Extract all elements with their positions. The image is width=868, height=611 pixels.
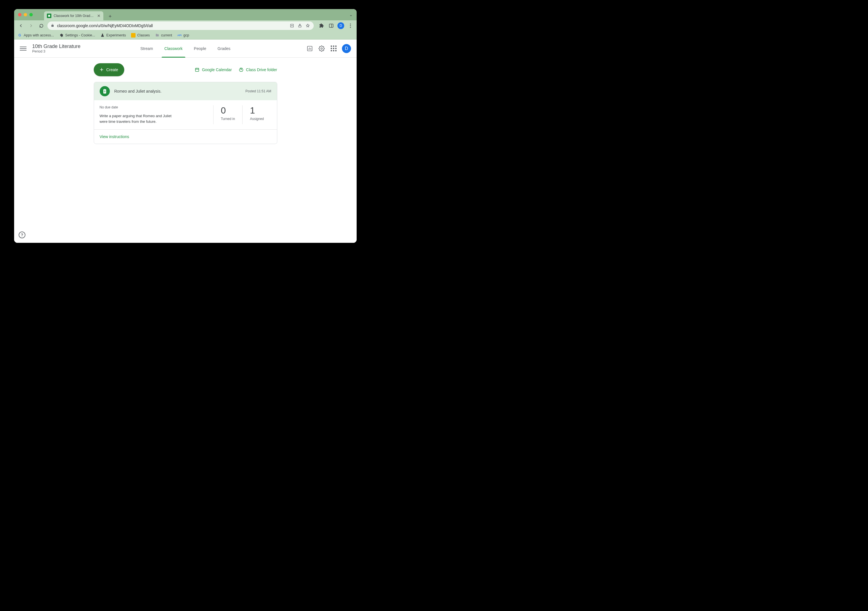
bookmark-item[interactable]: Settings - Cookie... (59, 33, 95, 37)
titlebar: Classwork for 10th Grade Litera ✕ + ⌄ (14, 9, 356, 20)
content-inner: + Create Google Calendar Class Drive fol… (94, 63, 277, 144)
svg-point-5 (350, 23, 351, 24)
browser-toolbar: classroom.google.com/u/0/w/NjEyMDI4ODIxM… (14, 20, 356, 31)
class-drive-folder-link[interactable]: Class Drive folder (239, 67, 277, 72)
url-text: classroom.google.com/u/0/w/NjEyMDI4ODIxM… (57, 23, 287, 28)
svg-point-12 (321, 48, 322, 50)
chrome-menu-icon[interactable] (347, 22, 354, 29)
flask-icon (100, 33, 105, 37)
profile-avatar[interactable]: D (338, 22, 344, 29)
close-window-button[interactable] (18, 13, 22, 16)
assignment-stats: 0 Turned in 1 Assigned (213, 105, 271, 124)
gear-icon (59, 33, 64, 37)
bookmark-item[interactable]: current (155, 33, 172, 37)
google-g-icon: G (17, 33, 22, 37)
plus-icon: + (100, 66, 104, 73)
turned-in-label: Turned in (221, 117, 235, 121)
google-apps-icon[interactable] (330, 45, 337, 52)
folder-icon (155, 33, 160, 37)
svg-point-6 (350, 25, 351, 26)
svg-point-7 (350, 27, 351, 28)
assignment-card-header[interactable]: Romeo and Juliet analysis. Posted 11:51 … (94, 82, 277, 100)
assignment-description: Write a paper arguing that Romeo and Jul… (100, 113, 173, 124)
tab-label: Classwork (164, 46, 183, 51)
class-info[interactable]: 10th Grade Literature Period 3 (32, 43, 81, 53)
app-header-right: D (306, 44, 351, 53)
lock-icon (51, 24, 54, 28)
tab-label: Stream (140, 46, 153, 51)
bookmark-label: current (161, 33, 172, 37)
turned-in-stat[interactable]: 0 Turned in (213, 105, 242, 124)
link-label: Class Drive folder (246, 67, 277, 72)
forward-button[interactable] (27, 22, 35, 29)
back-button[interactable] (17, 22, 25, 29)
content-area: + Create Google Calendar Class Drive fol… (14, 57, 356, 243)
app-header: 10th Grade Literature Period 3 Stream Cl… (14, 40, 356, 57)
assigned-stat[interactable]: 1 Assigned (242, 105, 271, 124)
minimize-window-button[interactable] (24, 13, 27, 16)
main-menu-button[interactable] (20, 45, 26, 52)
bookmark-item[interactable]: API gcp (177, 33, 189, 37)
class-subtitle: Period 3 (32, 50, 81, 53)
bookmark-label: Apps with access... (24, 33, 54, 37)
tab-search-chevron-icon[interactable]: ⌄ (349, 12, 353, 17)
classroom-icon (131, 33, 136, 37)
tab-stream[interactable]: Stream (135, 40, 159, 57)
tab-classwork[interactable]: Classwork (159, 40, 188, 57)
classroom-favicon-icon (47, 14, 51, 18)
tab-people[interactable]: People (188, 40, 212, 57)
assignment-icon (100, 86, 110, 96)
bookmark-label: Experiments (107, 33, 126, 37)
account-avatar[interactable]: D (342, 44, 351, 53)
tab-label: Grades (217, 46, 230, 51)
assignment-title: Romeo and Juliet analysis. (114, 89, 241, 93)
app-nav-tabs: Stream Classwork People Grades (135, 40, 236, 57)
toolbar-right: D (318, 22, 354, 29)
install-icon[interactable] (290, 23, 294, 28)
assignment-details: No due date Write a paper arguing that R… (100, 105, 202, 124)
class-title: 10th Grade Literature (32, 43, 81, 50)
svg-line-18 (241, 68, 242, 70)
bookmark-label: Classes (137, 33, 150, 37)
svg-line-17 (240, 68, 241, 70)
bookmark-item[interactable]: Classes (131, 33, 150, 37)
browser-tab[interactable]: Classwork for 10th Grade Litera ✕ (44, 11, 103, 20)
extensions-icon[interactable] (318, 22, 325, 29)
reload-button[interactable] (37, 22, 45, 29)
tab-label: People (194, 46, 206, 51)
settings-gear-icon[interactable] (318, 45, 325, 52)
traffic-lights (18, 13, 33, 16)
view-instructions-link[interactable]: View instructions (100, 134, 129, 139)
drive-icon (239, 67, 244, 72)
assignment-card: Romeo and Juliet analysis. Posted 11:51 … (94, 82, 277, 144)
action-links: Google Calendar Class Drive folder (195, 67, 277, 72)
share-icon[interactable] (297, 23, 302, 28)
tab-grades[interactable]: Grades (212, 40, 236, 57)
bookmark-item[interactable]: Experiments (100, 33, 126, 37)
maximize-window-button[interactable] (29, 13, 33, 16)
bookmark-item[interactable]: G Apps with access... (17, 33, 54, 37)
bookmark-label: Settings - Cookie... (65, 33, 95, 37)
side-panel-icon[interactable] (328, 22, 335, 29)
view-instructions-label: View instructions (100, 134, 129, 139)
create-label: Create (106, 67, 118, 72)
new-tab-button[interactable]: + (106, 12, 114, 20)
create-button[interactable]: + Create (94, 63, 124, 76)
help-button[interactable]: ? (19, 231, 25, 238)
browser-window: Classwork for 10th Grade Litera ✕ + ⌄ cl… (14, 9, 356, 243)
svg-rect-0 (48, 15, 50, 17)
api-icon: API (177, 33, 181, 37)
assigned-label: Assigned (250, 117, 264, 121)
google-calendar-link[interactable]: Google Calendar (195, 67, 232, 72)
bookmark-label: gcp (183, 33, 189, 37)
address-bar[interactable]: classroom.google.com/u/0/w/NjEyMDI4ODIxM… (47, 22, 314, 30)
assignment-card-body: No due date Write a paper arguing that R… (94, 100, 277, 130)
bookmark-star-icon[interactable] (305, 23, 310, 28)
close-tab-icon[interactable]: ✕ (97, 14, 101, 18)
avatar-letter: D (345, 46, 348, 51)
avatar-letter: D (340, 24, 342, 28)
tab-strip: Classwork for 10th Grade Litera ✕ + (44, 9, 114, 20)
analytics-icon[interactable] (306, 45, 313, 52)
due-date: No due date (100, 105, 202, 109)
tab-title: Classwork for 10th Grade Litera (54, 14, 95, 18)
